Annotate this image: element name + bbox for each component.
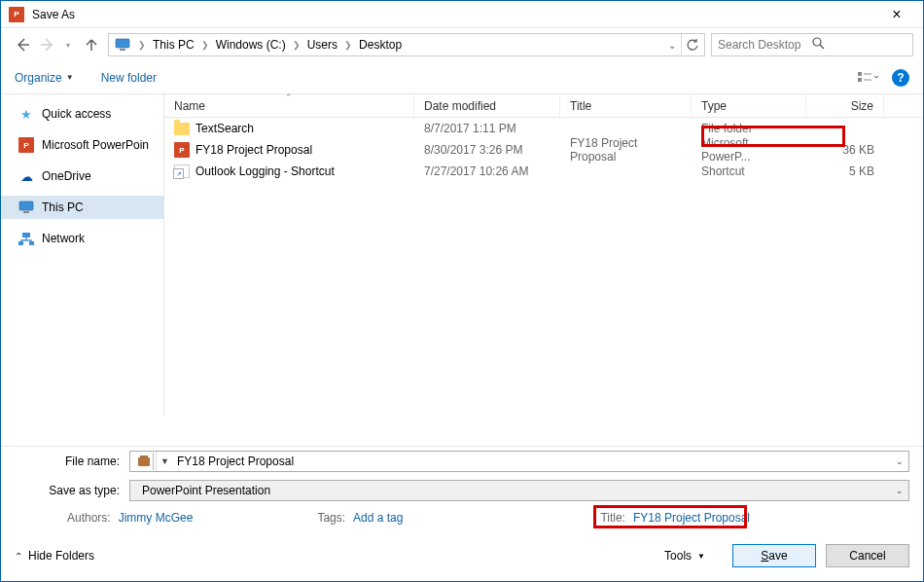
filename-input[interactable]: ▼ FY18 Project Proposal ⌄ xyxy=(129,451,909,472)
col-size[interactable]: Size xyxy=(806,94,884,117)
tools-menu[interactable]: Tools ▼ xyxy=(664,549,705,563)
type-select[interactable]: PowerPoint Presentation ⌄ xyxy=(129,480,909,501)
col-type[interactable]: Type xyxy=(692,94,806,117)
svg-rect-1 xyxy=(120,49,125,51)
search-icon xyxy=(812,37,906,53)
authors-label: Authors: xyxy=(67,511,111,525)
title-meta-value[interactable]: FY18 Project Proposal xyxy=(633,511,750,525)
file-row[interactable]: TextSearch 8/7/2017 1:11 PM File folder xyxy=(164,118,923,139)
svg-rect-4 xyxy=(858,72,862,76)
chevron-icon: ❯ xyxy=(289,40,304,50)
svg-rect-5 xyxy=(858,78,862,82)
search-placeholder: Search Desktop xyxy=(718,38,812,52)
filetype-icon xyxy=(134,453,154,470)
sidebar-item-quick-access[interactable]: ★ Quick access xyxy=(1,102,163,126)
filename-history-dropdown[interactable]: ▼ xyxy=(156,452,173,471)
hide-folders-button[interactable]: ⌃ Hide Folders xyxy=(15,549,94,563)
help-button[interactable]: ? xyxy=(892,69,909,87)
chevron-icon: ❯ xyxy=(134,40,150,50)
tags-value[interactable]: Add a tag xyxy=(353,511,403,525)
cancel-button[interactable]: Cancel xyxy=(826,544,909,567)
col-name[interactable]: ⌃Name xyxy=(164,94,414,117)
svg-rect-15 xyxy=(138,457,150,466)
breadcrumb-drive[interactable]: Windows (C:) xyxy=(213,34,289,55)
app-icon xyxy=(9,7,24,22)
save-button[interactable]: Save xyxy=(732,544,816,567)
cloud-icon: ☁ xyxy=(18,168,34,184)
chevron-down-icon: ▼ xyxy=(66,73,74,82)
svg-rect-0 xyxy=(116,39,129,48)
svg-rect-16 xyxy=(140,455,148,458)
view-mode-button[interactable] xyxy=(853,67,882,89)
svg-rect-13 xyxy=(18,241,23,245)
title-meta-label: Title: xyxy=(600,511,625,525)
nav-sidebar: ★ Quick access Microsoft PowerPoin ☁ One… xyxy=(1,94,164,416)
network-icon xyxy=(18,231,34,246)
breadcrumb-desktop[interactable]: Desktop xyxy=(356,34,405,55)
filename-dropdown[interactable]: ⌄ xyxy=(891,452,908,471)
window-title: Save As xyxy=(32,8,874,21)
shortcut-icon xyxy=(174,164,190,179)
tags-label: Tags: xyxy=(317,511,345,525)
col-date[interactable]: Date modified xyxy=(414,94,560,117)
type-dropdown[interactable]: ⌄ xyxy=(891,481,908,500)
organize-menu[interactable]: Organize▼ xyxy=(15,71,74,85)
star-icon: ★ xyxy=(18,106,34,122)
column-headers: ⌃Name Date modified Title Type Size xyxy=(164,94,923,118)
svg-point-2 xyxy=(813,38,821,46)
svg-rect-10 xyxy=(22,233,30,237)
breadcrumb-this-pc[interactable]: This PC xyxy=(150,34,197,55)
authors-value[interactable]: Jimmy McGee xyxy=(119,511,194,525)
svg-line-3 xyxy=(820,45,824,49)
breadcrumb-users[interactable]: Users xyxy=(304,34,340,55)
pc-icon xyxy=(18,200,34,215)
forward-button[interactable] xyxy=(36,33,59,56)
chevron-icon: ❯ xyxy=(340,40,356,50)
col-title[interactable]: Title xyxy=(560,94,692,117)
chevron-up-icon: ⌃ xyxy=(15,551,22,562)
type-label: Save as type: xyxy=(15,484,122,497)
svg-rect-8 xyxy=(19,201,33,210)
up-button[interactable] xyxy=(81,34,102,55)
folder-icon xyxy=(174,121,190,136)
address-bar[interactable]: ❯ This PC ❯ Windows (C:) ❯ Users ❯ Deskt… xyxy=(108,33,705,56)
sort-icon: ⌃ xyxy=(285,92,293,102)
powerpoint-icon xyxy=(174,142,190,158)
back-button[interactable] xyxy=(11,33,34,56)
refresh-button[interactable] xyxy=(681,34,702,55)
pc-icon xyxy=(115,37,130,53)
svg-rect-14 xyxy=(29,241,34,245)
sidebar-item-network[interactable]: Network xyxy=(1,227,163,250)
filename-label: File name: xyxy=(15,455,122,468)
chevron-down-icon: ▼ xyxy=(697,552,705,561)
chevron-icon: ❯ xyxy=(197,40,213,50)
sidebar-item-this-pc[interactable]: This PC xyxy=(1,196,163,219)
file-row[interactable]: FY18 Project Proposal 8/30/2017 3:26 PM … xyxy=(164,139,923,161)
new-folder-button[interactable]: New folder xyxy=(101,71,157,85)
search-input[interactable]: Search Desktop xyxy=(711,33,913,56)
recent-dropdown[interactable]: ▾ xyxy=(61,41,75,50)
file-row[interactable]: Outlook Logging - Shortcut 7/27/2017 10:… xyxy=(164,161,923,182)
sidebar-item-onedrive[interactable]: ☁ OneDrive xyxy=(1,164,163,188)
svg-rect-9 xyxy=(23,211,29,213)
sidebar-item-powerpoint[interactable]: Microsoft PowerPoin xyxy=(1,133,163,157)
powerpoint-icon xyxy=(18,137,34,153)
address-dropdown[interactable]: ⌄ xyxy=(663,40,681,51)
close-button[interactable]: × xyxy=(874,1,919,28)
